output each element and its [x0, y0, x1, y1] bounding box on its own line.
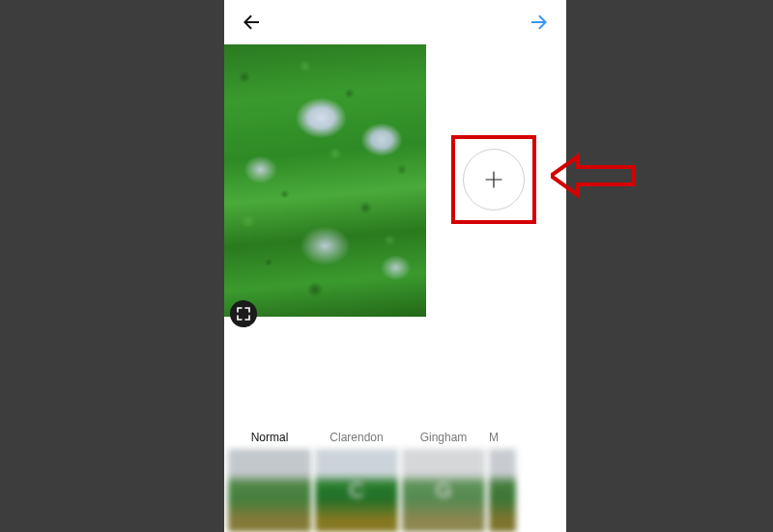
filter-label: Clarendon: [329, 426, 383, 449]
filter-overlay-letter: [228, 449, 311, 532]
filter-gingham[interactable]: Gingham G: [402, 426, 485, 532]
filter-overlay-letter: G: [402, 449, 485, 532]
filter-label: Normal: [251, 426, 289, 449]
crop-expand-button[interactable]: [230, 300, 257, 327]
filter-clarendon[interactable]: Clarendon C: [315, 426, 398, 532]
filter-normal[interactable]: Normal: [228, 426, 311, 532]
back-icon[interactable]: [240, 11, 263, 34]
filter-overlay-letter: C: [315, 449, 398, 532]
next-icon[interactable]: [528, 11, 551, 34]
filter-thumb: G: [402, 449, 485, 532]
annotation-highlight-box: [451, 135, 536, 224]
filter-thumb: C: [315, 449, 398, 532]
filter-label: M: [489, 426, 516, 449]
selected-photo[interactable]: [224, 44, 426, 317]
topbar: [224, 0, 566, 44]
filter-partial-next[interactable]: M: [489, 426, 516, 532]
filter-overlay-letter: [489, 449, 516, 532]
filter-thumb: [228, 449, 311, 532]
photo-area: [224, 44, 566, 317]
filter-strip[interactable]: Normal Clarendon C Gingham G M: [224, 416, 566, 532]
filter-thumb: [489, 449, 516, 532]
phone-screen: Normal Clarendon C Gingham G M: [224, 0, 566, 532]
filter-label: Gingham: [420, 426, 468, 449]
